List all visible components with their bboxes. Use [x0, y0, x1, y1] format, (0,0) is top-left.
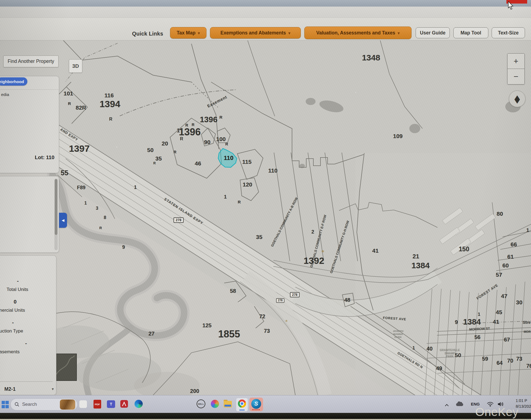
browser-toolbar [0, 7, 531, 18]
dust-speck [285, 320, 287, 322]
scroll-down-icon[interactable]: ▼ [51, 387, 54, 391]
watermark-label: OneKey MLS [475, 405, 531, 420]
active-app-indicator [239, 410, 245, 411]
compass-north-button[interactable]: ◆ [509, 91, 526, 107]
dropdown-caret-icon [288, 30, 290, 36]
dropdown-caret-icon [398, 30, 399, 36]
copilot-app-icon[interactable] [211, 400, 219, 408]
mouse-cursor [507, 1, 514, 11]
photos-app-icon[interactable] [79, 400, 87, 408]
neighborhood-pill[interactable]: Neighborhood [0, 77, 27, 86]
field-label: asements [0, 348, 56, 356]
property-info-card: Neighborhood edia Lot: 110 [0, 76, 59, 173]
neighborhood-value: edia [1, 92, 9, 97]
search-placeholder: Search [22, 402, 37, 407]
text-size-button[interactable]: Text-Size [492, 27, 525, 38]
active-map-app-icon[interactable]: S [249, 398, 263, 411]
field-label: Total Units [7, 285, 56, 294]
map-tool-button[interactable]: Map Tool [453, 27, 488, 38]
field-label: uction Type [0, 327, 56, 335]
scrollbar-track[interactable] [54, 179, 58, 250]
valuation-button[interactable]: Valuation, Assessments and Taxes [304, 27, 412, 39]
lot-number-label: Lot: 110 [35, 154, 54, 161]
taskbar-search-box[interactable]: Search [10, 398, 78, 410]
search-icon [14, 402, 19, 407]
field-value: - [17, 277, 56, 285]
field-list: -Total Units0nercial Units-uction Type-a… [0, 256, 56, 356]
field-value: - [12, 319, 56, 327]
dust-speck [322, 250, 324, 252]
browser-tab-strip [0, 0, 531, 7]
zoning-label: M2-1 [4, 386, 16, 392]
zoom-in-button[interactable]: + [507, 54, 524, 69]
teams-app-icon[interactable]: T [107, 400, 115, 408]
dropdown-caret-icon [198, 30, 200, 36]
app-caption [252, 409, 260, 410]
chrome-app-icon[interactable] [236, 398, 248, 411]
onedrive-icon[interactable] [456, 403, 463, 406]
card-divider [0, 381, 53, 382]
file-explorer-icon[interactable] [224, 401, 232, 407]
windows-start-button[interactable] [2, 401, 9, 408]
monitor-bezel [0, 413, 531, 419]
map-3d-button[interactable]: 3D [69, 59, 82, 73]
windows-taskbar: Search PDF T DELL S ENG [0, 395, 531, 414]
details-card [0, 176, 59, 253]
dell-app-icon[interactable]: DELL [197, 399, 205, 408]
field-value: - [25, 339, 56, 348]
field-label: nercial Units [0, 306, 56, 314]
sidebar-collapse-button[interactable]: ◀ [59, 213, 67, 228]
tax-map-button[interactable]: Tax Map [170, 27, 206, 39]
screen-photo: 13481011161394R82RREasement1396RRR11396R… [0, 0, 531, 420]
units-info-card: -Total Units0nercial Units-uction Type-a… [0, 255, 56, 395]
field-value: 0 [14, 298, 56, 306]
tray-time: 1:01 P [516, 398, 531, 404]
edge-app-icon[interactable] [135, 400, 143, 408]
tray-chevron-icon[interactable] [445, 402, 449, 407]
s-logo: S [251, 399, 261, 409]
desk-edge [0, 419, 531, 420]
scrollbar-thumb[interactable] [55, 179, 57, 235]
zoom-out-button[interactable]: − [507, 69, 524, 84]
search-highlight-image[interactable] [60, 399, 75, 410]
user-guide-button[interactable]: User Guide [416, 27, 450, 38]
quick-links-label: Quick Links [132, 31, 163, 37]
pdf-app-icon[interactable]: PDF [94, 400, 101, 409]
acrobat-app-icon[interactable] [120, 400, 128, 408]
find-another-property-button[interactable]: Find Another Property [3, 56, 59, 67]
card-divider [0, 89, 59, 90]
map-zoom-controls: + − [507, 53, 525, 84]
exemptions-button[interactable]: Exemptions and Abatements [210, 27, 301, 39]
